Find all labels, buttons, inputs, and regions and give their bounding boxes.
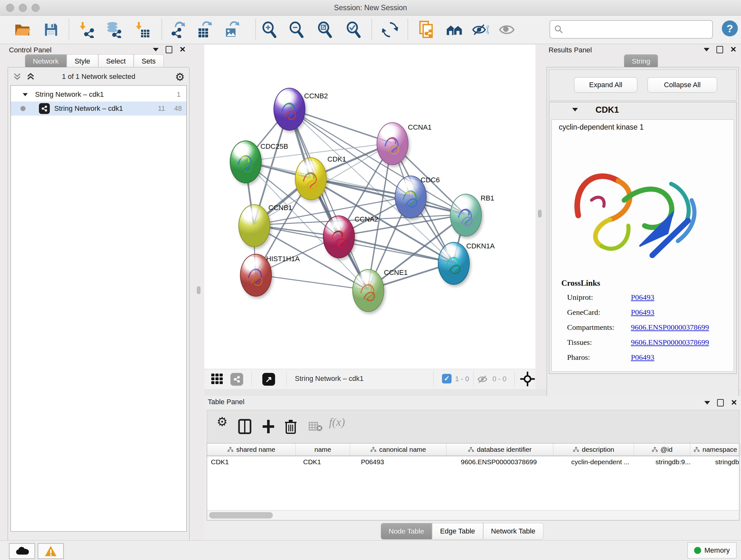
crosslink-link[interactable]: P06493: [631, 353, 654, 362]
maximize-panel-icon[interactable]: [717, 46, 723, 53]
network-edge-CCNA2-CDKN1A[interactable]: [338, 236, 453, 263]
column-header-description[interactable]: description: [553, 443, 634, 455]
tab-network-table[interactable]: Network Table: [483, 523, 543, 540]
crosslink-link[interactable]: P06493: [631, 308, 654, 317]
collapse-all-button[interactable]: Collapse All: [648, 77, 717, 92]
tab-select[interactable]: Select: [98, 54, 134, 68]
apply-layout-button[interactable]: [382, 21, 398, 38]
crosshair-icon[interactable]: [520, 372, 535, 386]
network-node-CCNE1[interactable]: [352, 269, 384, 312]
network-node-CCNB1[interactable]: [239, 204, 270, 247]
network-node-CDK1[interactable]: [295, 158, 327, 200]
table-cell[interactable]: stringdb:9...: [652, 456, 711, 468]
column-type-icon: [693, 447, 700, 452]
column-header-database-identifier[interactable]: database identifier: [447, 443, 553, 455]
zoom-out-button[interactable]: [288, 21, 305, 38]
crosslink-link[interactable]: P06493: [631, 293, 654, 302]
crosslink-link[interactable]: 9606.ENSP00000378699: [631, 338, 709, 347]
export-table-button[interactable]: [196, 21, 212, 38]
database-icon: [105, 21, 122, 38]
gene-card-header[interactable]: CDK1: [549, 102, 736, 118]
memory-button[interactable]: Memory: [687, 543, 737, 558]
collection-expand-icon[interactable]: [23, 93, 27, 96]
column-header-shared-name[interactable]: shared name: [207, 443, 296, 455]
scrollbar-thumb[interactable]: [209, 512, 273, 518]
tab-style[interactable]: Style: [67, 54, 98, 68]
search-box: [549, 20, 713, 39]
hide-selected-button[interactable]: [472, 21, 489, 38]
column-header-name[interactable]: name: [296, 443, 350, 455]
crosslink-link[interactable]: 9606.ENSP00000378699: [631, 323, 709, 332]
float-panel-icon[interactable]: [704, 401, 710, 405]
network-node-CCNA1[interactable]: [377, 122, 408, 165]
import-table-button[interactable]: [133, 21, 150, 38]
float-panel-icon[interactable]: [153, 48, 158, 51]
import-network-from-database-button[interactable]: [105, 21, 122, 38]
right-splitter-handle[interactable]: [538, 210, 542, 217]
network-selection-row: 1 of 1 Network selected ⚙: [8, 70, 189, 83]
table-cell[interactable]: stringdb: [711, 456, 741, 468]
table-cell[interactable]: 9606.ENSP00000378699: [457, 456, 567, 468]
zoom-fit-button[interactable]: [317, 21, 333, 38]
search-input[interactable]: [566, 25, 712, 34]
left-splitter-handle[interactable]: [197, 287, 200, 294]
clone-network-button[interactable]: [419, 21, 435, 38]
network-node-CDC25B[interactable]: [230, 140, 262, 183]
detach-view-icon[interactable]: ↗: [262, 373, 275, 386]
open-session-button[interactable]: [14, 21, 30, 38]
column-header-canonical-name[interactable]: canonical name: [350, 443, 447, 455]
export-network-button[interactable]: [169, 21, 186, 38]
close-panel-icon[interactable]: ✕: [179, 46, 186, 53]
import-network-button[interactable]: [78, 21, 94, 38]
table-horizontal-scrollbar[interactable]: [207, 510, 739, 520]
network-node-CCNA2[interactable]: [323, 215, 355, 258]
network-edge-HIST1H1A-CCNE1[interactable]: [255, 274, 367, 290]
warnings-button[interactable]: [38, 543, 64, 559]
show-all-button[interactable]: [498, 21, 515, 38]
tab-edge-table[interactable]: Edge Table: [432, 523, 483, 540]
table-row[interactable]: CDK1CDK1P064939606.ENSP00000378699cyclin…: [207, 456, 739, 468]
crosslink-label: GeneCard:: [567, 308, 600, 316]
tab-network[interactable]: Network: [25, 54, 67, 68]
expand-all-button[interactable]: Expand All: [574, 77, 637, 92]
network-options-gear-icon[interactable]: ⚙: [175, 71, 185, 83]
maximize-panel-icon[interactable]: [717, 399, 724, 407]
table-cell[interactable]: P06493: [357, 456, 457, 468]
first-neighbors-button[interactable]: [446, 21, 463, 38]
network-edge-CCNB2-CCNE1[interactable]: [289, 109, 367, 290]
network-overview-icon[interactable]: [230, 373, 243, 386]
table-cell[interactable]: CDK1: [207, 456, 299, 468]
network-node-CDKN1A[interactable]: [438, 242, 470, 285]
network-row-selected[interactable]: String Network – cdk1 11 48: [11, 102, 186, 116]
help-button[interactable]: ?: [722, 20, 738, 37]
selected-checkbox-icon[interactable]: ✓: [442, 374, 452, 383]
table-options-gear-icon[interactable]: ⚙: [217, 415, 227, 429]
create-column-icon[interactable]: [261, 419, 275, 435]
table-cell[interactable]: CDK1: [299, 456, 357, 468]
close-panel-icon[interactable]: ✕: [731, 399, 737, 406]
tab-string[interactable]: String: [624, 54, 658, 68]
column-header-namespace[interactable]: namespace: [690, 443, 741, 455]
float-panel-icon[interactable]: [704, 48, 710, 51]
tab-sets[interactable]: Sets: [134, 54, 164, 68]
delete-column-trash-icon[interactable]: [284, 419, 297, 435]
collapse-gene-icon[interactable]: [572, 108, 578, 111]
export-image-button[interactable]: [223, 21, 240, 38]
table-cell[interactable]: cyclin-dependent ...: [567, 456, 652, 468]
tab-node-table[interactable]: Node Table: [381, 523, 432, 540]
network-node-RB1[interactable]: [450, 194, 482, 237]
network-edge-count: 48: [174, 105, 182, 113]
network-node-CCNB2[interactable]: [273, 88, 306, 131]
automation-cloud-button[interactable]: [9, 543, 35, 559]
network-view-canvas[interactable]: CCNB2CCNA1CDC25BCDK1CDC6RB1CCNB1CCNA2CDK…: [204, 45, 536, 369]
save-session-button[interactable]: [43, 21, 59, 38]
network-node-count: 11: [158, 105, 165, 113]
maximize-panel-icon[interactable]: [165, 46, 172, 53]
zoom-in-button[interactable]: [261, 21, 278, 38]
network-collection-row[interactable]: String Network – cdk1 1: [11, 87, 186, 102]
show-columns-icon[interactable]: [238, 419, 252, 435]
close-panel-icon[interactable]: ✕: [730, 46, 737, 53]
birdseye-grid-icon[interactable]: [211, 374, 223, 384]
zoom-selected-button[interactable]: [345, 21, 362, 38]
column-header-@id[interactable]: @id: [634, 443, 690, 455]
